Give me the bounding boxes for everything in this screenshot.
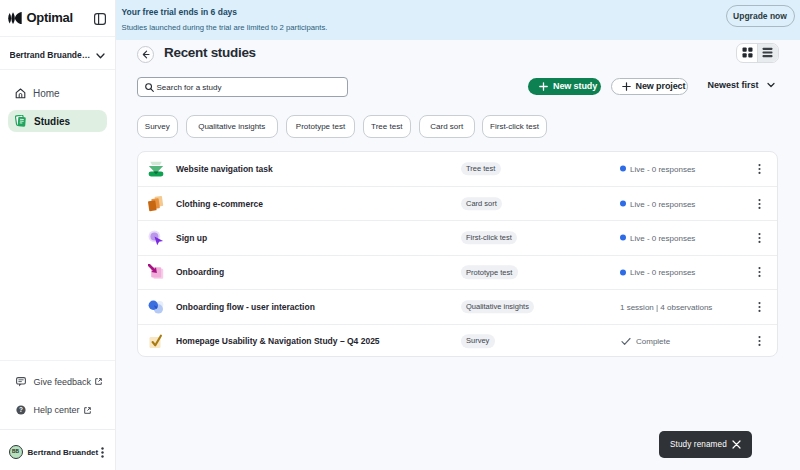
svg-text:?: ? [19,406,23,413]
